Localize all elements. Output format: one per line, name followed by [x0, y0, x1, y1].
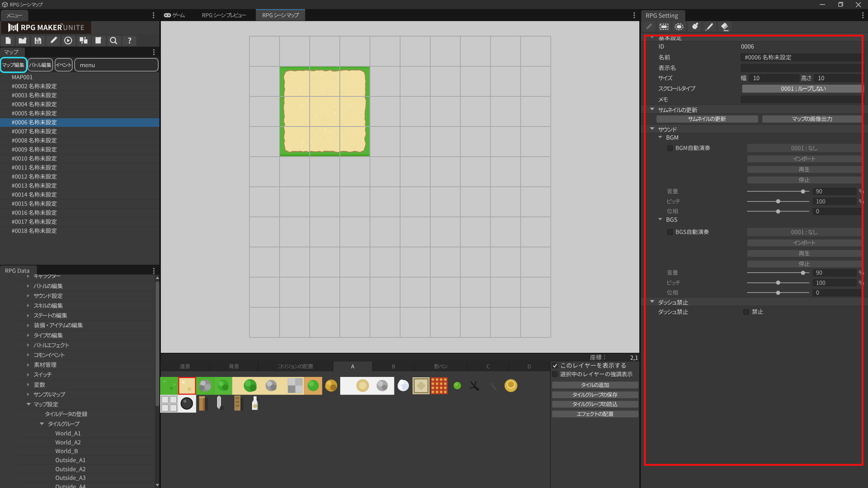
svg-text:TM: TM — [60, 23, 63, 26]
